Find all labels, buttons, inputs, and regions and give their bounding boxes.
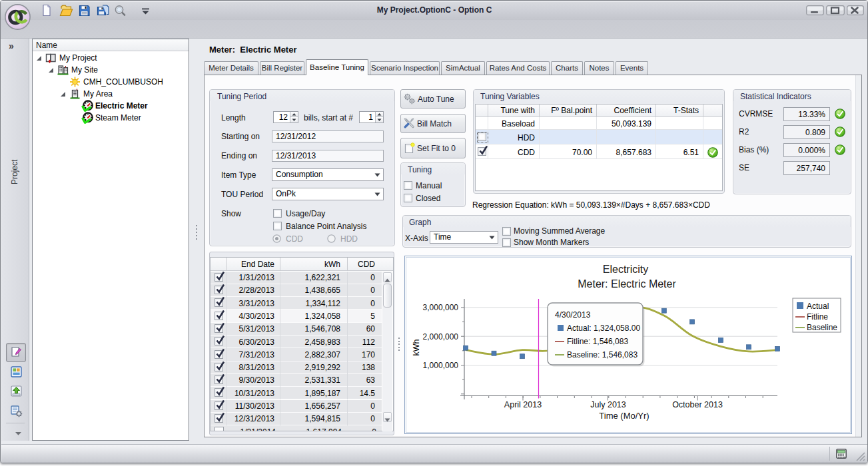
svg-text:Fitline: 1,546,083: Fitline: 1,546,083 (567, 337, 628, 346)
svg-text:Electricity: Electricity (603, 264, 648, 275)
svg-text:July 2013: July 2013 (590, 400, 626, 409)
svg-text:Actual: Actual (807, 302, 829, 311)
svg-text:Baseline: 1,546,083: Baseline: 1,546,083 (567, 350, 638, 359)
svg-text:4/30/2013: 4/30/2013 (555, 310, 591, 320)
svg-text:Time (Mo/Yr): Time (Mo/Yr) (599, 411, 649, 421)
svg-text:Actual: 1,324,058.00: Actual: 1,324,058.00 (567, 324, 640, 333)
svg-text:2,000,000: 2,000,000 (423, 332, 459, 342)
svg-text:Meter: Electric Meter: Meter: Electric Meter (578, 278, 676, 290)
svg-text:kWh: kWh (412, 339, 421, 355)
svg-text:October 2013: October 2013 (672, 400, 723, 409)
svg-text:Fitline: Fitline (807, 312, 828, 322)
svg-text:1,000,000: 1,000,000 (423, 361, 459, 370)
svg-text:Baseline: Baseline (807, 323, 837, 332)
svg-text:3,000,000: 3,000,000 (423, 303, 459, 312)
svg-text:April 2013: April 2013 (504, 400, 542, 409)
